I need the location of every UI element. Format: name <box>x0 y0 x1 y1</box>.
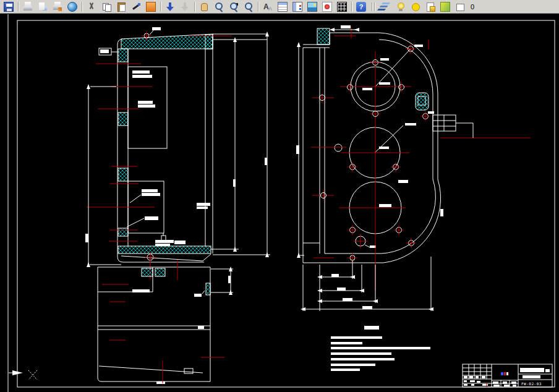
zoom-window-button[interactable] <box>226 1 241 13</box>
grid-icon <box>337 2 347 12</box>
toolbar-separator <box>192 1 197 13</box>
plot-settings-icon <box>53 2 62 12</box>
note-line <box>331 358 395 360</box>
zoom-realtime-icon <box>214 2 224 12</box>
save-button[interactable] <box>1 1 16 13</box>
table-button[interactable] <box>275 1 290 13</box>
redo-button[interactable] <box>177 1 192 13</box>
format-painter-icon <box>146 2 156 12</box>
redo-icon <box>180 2 190 12</box>
cut-button[interactable] <box>84 1 99 13</box>
toolbar-grip <box>369 1 378 13</box>
print-icon <box>23 2 33 12</box>
undo-icon <box>165 2 175 12</box>
application-window: 0 <box>0 0 559 392</box>
text-style-button[interactable] <box>260 1 275 13</box>
layer-freeze-icon <box>440 2 450 12</box>
note-line <box>331 342 362 344</box>
toolbar-separator <box>158 1 163 13</box>
pan-icon <box>199 2 209 12</box>
layer-state-button[interactable] <box>423 1 438 13</box>
help-icon <box>356 2 366 12</box>
table-icon <box>278 2 288 12</box>
crosshair-cursor <box>9 370 37 380</box>
toolbar-separator <box>80 1 84 13</box>
print-button[interactable] <box>20 1 35 13</box>
note-line <box>331 352 391 355</box>
undo-button[interactable] <box>163 1 177 13</box>
drawing-number: FW-02-03 <box>521 381 542 386</box>
current-layer-label: 0 <box>467 3 477 11</box>
match-properties-button[interactable] <box>129 1 143 13</box>
drawing-canvas[interactable]: FW-02-03 <box>0 14 559 392</box>
render-button[interactable] <box>320 1 335 13</box>
copy-button[interactable] <box>99 1 114 13</box>
note-line <box>331 364 375 366</box>
pan-button[interactable] <box>197 1 211 13</box>
layer-on-icon <box>396 2 406 12</box>
layer-freeze-button[interactable] <box>438 1 453 13</box>
print-preview-icon <box>38 2 48 12</box>
front-view <box>296 25 531 311</box>
print-preview-button[interactable] <box>35 1 50 13</box>
layer-on-button[interactable] <box>393 1 408 13</box>
layers-icon <box>381 2 391 12</box>
toolbar: 0 <box>0 0 559 14</box>
help-button[interactable] <box>354 1 369 13</box>
layer-color-button[interactable] <box>408 1 423 13</box>
copy-icon <box>101 2 111 12</box>
note-line <box>331 347 430 349</box>
note-line <box>331 369 360 371</box>
zoom-realtime-button[interactable] <box>211 1 226 13</box>
cut-icon <box>87 2 96 12</box>
note-line <box>331 336 382 339</box>
toolbar-separator <box>349 1 354 13</box>
publish-web-icon <box>67 2 77 12</box>
notes-lines <box>331 336 430 371</box>
plot-settings-button[interactable] <box>50 1 65 13</box>
zoom-previous-button[interactable] <box>241 1 256 13</box>
title-block: FW-02-03 <box>463 364 552 387</box>
notes-block <box>331 326 430 371</box>
color-swatch-icon <box>456 4 464 11</box>
publish-web-button[interactable] <box>65 1 80 13</box>
image-button[interactable] <box>305 1 320 13</box>
sheet-frame <box>8 14 555 392</box>
properties-icon <box>292 2 302 12</box>
notes-title-bar <box>364 326 379 330</box>
paste-button[interactable] <box>114 1 129 13</box>
left-section-view <box>85 27 270 279</box>
color-swatch-button[interactable] <box>453 1 467 13</box>
zoom-previous-icon <box>244 2 254 12</box>
zoom-window-icon <box>229 2 239 12</box>
toolbar-separator <box>16 1 20 13</box>
paste-icon <box>116 2 126 12</box>
layer-state-icon <box>425 2 435 12</box>
text-style-icon <box>263 2 273 12</box>
image-icon <box>307 2 317 12</box>
properties-button[interactable] <box>290 1 305 13</box>
layers-button[interactable] <box>378 1 393 13</box>
material-mark <box>501 372 508 375</box>
format-painter-button[interactable] <box>143 1 158 13</box>
render-icon <box>322 2 332 12</box>
grid-button[interactable] <box>335 1 349 13</box>
bottom-view <box>98 260 233 384</box>
toolbar-separator <box>256 1 260 13</box>
match-properties-icon <box>131 2 141 12</box>
save-icon <box>4 2 14 12</box>
layer-color-icon <box>411 2 420 12</box>
